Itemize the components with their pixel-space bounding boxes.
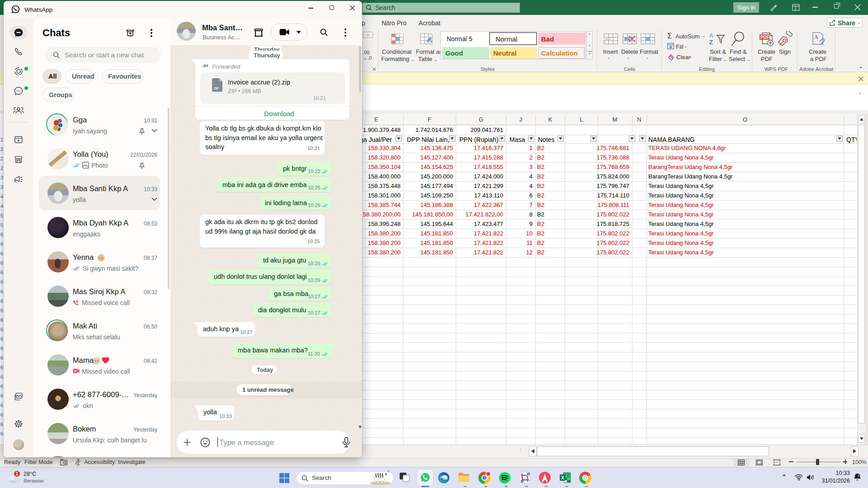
svg-text:PDF: PDF	[760, 35, 769, 40]
svg-text:z: z	[859, 474, 860, 476]
svg-text:A: A	[814, 34, 818, 40]
svg-text:A: A	[709, 32, 713, 39]
svg-text:Z: Z	[709, 39, 713, 45]
svg-text:ZIP: ZIP	[214, 87, 219, 90]
svg-text:X: X	[561, 475, 564, 480]
